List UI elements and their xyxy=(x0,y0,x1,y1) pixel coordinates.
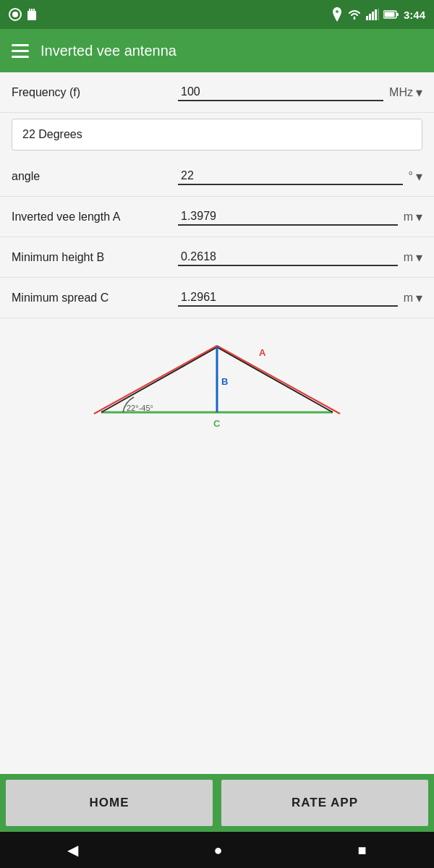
min-spread-label: Minimum spread C xyxy=(12,292,178,305)
svg-point-1 xyxy=(12,12,18,17)
svg-text:A: A xyxy=(259,347,266,358)
svg-rect-9 xyxy=(372,12,374,20)
svg-line-16 xyxy=(94,346,217,414)
signal-icon xyxy=(366,9,379,20)
angle-row: angle ° ▾ xyxy=(0,156,434,197)
antenna-diagram: A B C 22°-45° xyxy=(80,326,354,434)
inverted-vee-label: Inverted vee length A xyxy=(12,210,178,224)
angle-label: angle xyxy=(12,170,178,183)
time-display: 3:44 xyxy=(404,9,425,21)
frequency-dropdown-arrow[interactable]: ▾ xyxy=(416,85,422,101)
app-title: Inverted vee antenna xyxy=(41,43,176,59)
frequency-unit: MHz xyxy=(389,86,413,99)
degrees-badge: 22 Degrees xyxy=(12,119,422,150)
min-height-row: Minimum height B m ▾ xyxy=(0,237,434,278)
sd-icon xyxy=(26,8,38,21)
recent-apps-button[interactable]: ■ xyxy=(357,842,366,859)
svg-line-17 xyxy=(217,346,340,414)
home-nav-button[interactable]: ● xyxy=(213,842,222,859)
min-height-label: Minimum height B xyxy=(12,251,178,264)
min-height-input[interactable] xyxy=(178,249,398,266)
rate-app-button[interactable]: RATE APP xyxy=(221,780,428,826)
main-content: Frequency (f) MHz ▾ 22 Degrees angle ° ▾… xyxy=(0,72,434,774)
min-height-unit: m xyxy=(404,251,413,264)
svg-rect-14 xyxy=(396,13,399,16)
svg-rect-10 xyxy=(375,9,377,20)
svg-rect-4 xyxy=(31,9,33,12)
min-spread-dropdown-arrow[interactable]: ▾ xyxy=(416,290,422,306)
status-left-icons xyxy=(9,8,38,21)
svg-point-6 xyxy=(336,10,339,13)
circle-icon xyxy=(9,8,22,21)
min-height-dropdown-arrow[interactable]: ▾ xyxy=(416,250,422,265)
back-button[interactable]: ◀ xyxy=(67,841,78,859)
nav-bar: ◀ ● ■ xyxy=(0,832,434,868)
frequency-label: Frequency (f) xyxy=(12,86,178,99)
bottom-bar: HOME RATE APP xyxy=(0,774,434,832)
diagram-area: A B C 22°-45° xyxy=(0,318,434,434)
svg-rect-5 xyxy=(33,9,35,12)
wifi-icon xyxy=(347,9,362,20)
menu-button[interactable] xyxy=(12,44,29,58)
min-spread-row: Minimum spread C m ▾ xyxy=(0,278,434,318)
inverted-vee-dropdown-arrow[interactable]: ▾ xyxy=(416,209,422,225)
home-button[interactable]: HOME xyxy=(6,780,213,826)
inverted-vee-input[interactable] xyxy=(178,208,398,226)
svg-rect-3 xyxy=(29,9,30,12)
battery-icon xyxy=(383,9,399,20)
inverted-vee-length-row: Inverted vee length A m ▾ xyxy=(0,197,434,237)
frequency-row: Frequency (f) MHz ▾ xyxy=(0,72,434,113)
angle-dropdown-arrow[interactable]: ▾ xyxy=(416,169,422,184)
svg-rect-8 xyxy=(369,14,371,20)
svg-text:C: C xyxy=(213,418,221,429)
svg-rect-7 xyxy=(366,16,368,20)
frequency-input[interactable] xyxy=(178,84,383,101)
angle-input[interactable] xyxy=(178,168,403,185)
location-icon xyxy=(331,7,343,22)
app-bar: Inverted vee antenna xyxy=(0,29,434,72)
min-spread-input[interactable] xyxy=(178,289,398,307)
svg-rect-13 xyxy=(384,12,394,17)
min-spread-unit: m xyxy=(404,292,413,305)
svg-text:22°-45°: 22°-45° xyxy=(127,404,153,412)
svg-text:B: B xyxy=(221,376,228,387)
status-bar: 3:44 xyxy=(0,0,434,29)
inverted-vee-unit: m xyxy=(404,210,413,224)
svg-rect-11 xyxy=(378,9,379,20)
status-right-icons: 3:44 xyxy=(331,7,425,22)
angle-unit: ° xyxy=(409,170,413,183)
